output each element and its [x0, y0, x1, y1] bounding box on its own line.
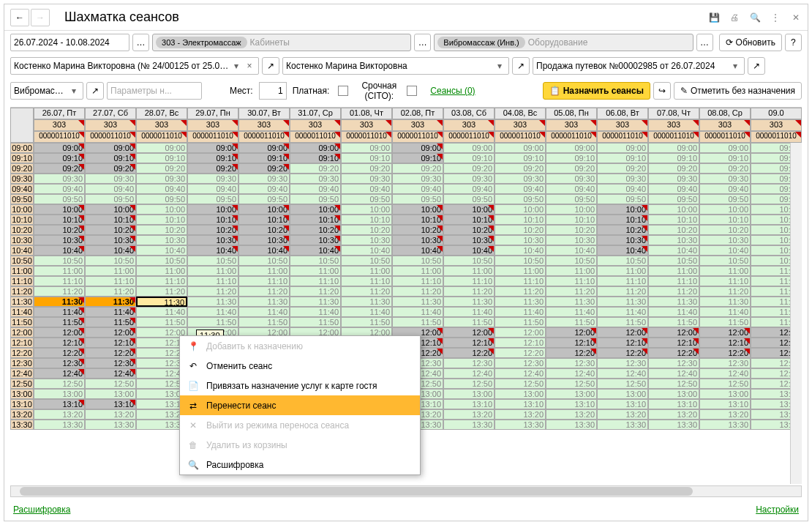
time-slot[interactable]: 12:10 — [495, 338, 546, 348]
time-slot[interactable]: 11:40 — [290, 307, 341, 317]
params-field[interactable]: Параметры н... — [107, 82, 202, 100]
time-slot[interactable]: 12:20 — [699, 348, 751, 358]
time-slot[interactable]: 09:50 — [238, 194, 290, 204]
time-slot[interactable]: 10:40 — [34, 245, 85, 256]
time-slot[interactable]: 10:00 — [392, 204, 443, 215]
time-slot[interactable]: 11:20 — [699, 286, 751, 297]
time-slot[interactable]: 09:50 — [392, 194, 443, 204]
time-slot[interactable]: 10:10 — [495, 215, 546, 225]
time-slot[interactable]: 13:20 — [546, 409, 597, 420]
time-slot[interactable]: 13:30 — [546, 420, 597, 430]
day-header[interactable]: 06.08, Вт — [597, 108, 648, 119]
room-header[interactable]: 303 — [751, 119, 802, 131]
time-slot[interactable]: 09:10 — [546, 153, 597, 163]
time-slot[interactable]: 12:20 — [597, 348, 648, 358]
time-slot[interactable]: 10:20 — [85, 225, 136, 235]
ctx-cancel[interactable]: ↶Отменить сеанс — [180, 356, 420, 376]
time-slot[interactable]: 10:10 — [34, 215, 85, 225]
time-slot[interactable]: 09:20 — [136, 163, 187, 174]
time-slot[interactable]: 09:30 — [392, 174, 443, 184]
time-slot[interactable]: 10:40 — [341, 245, 392, 256]
time-slot[interactable]: 10:10 — [136, 215, 187, 225]
time-slot[interactable]: 10:00 — [546, 204, 597, 215]
ctx-exit[interactable]: ✕Выйти из режима переноса сеанса — [180, 415, 420, 435]
room-header[interactable]: 303 — [34, 119, 85, 131]
time-slot[interactable]: 09:30 — [290, 174, 341, 184]
time-slot[interactable]: 09:10 — [392, 153, 443, 163]
time-slot[interactable]: 09:20 — [443, 163, 495, 174]
time-slot[interactable]: 09:10 — [648, 153, 699, 163]
time-slot[interactable]: 12:20 — [648, 348, 699, 358]
time-slot[interactable]: 09:10 — [136, 153, 187, 163]
time-slot[interactable]: 11:10 — [238, 276, 290, 286]
day-header[interactable]: 02.08, Пт — [392, 108, 443, 119]
time-slot[interactable]: 10:50 — [392, 256, 443, 266]
time-slot[interactable]: 11:20 — [546, 286, 597, 297]
time-slot[interactable]: 13:10 — [597, 399, 648, 409]
time-slot[interactable]: 09:10 — [597, 153, 648, 163]
time-slot[interactable]: 12:20 — [495, 348, 546, 358]
time-slot[interactable]: 12:40 — [443, 368, 495, 379]
dropdown-icon[interactable]: ▾ — [68, 85, 80, 97]
time-slot[interactable]: 09:50 — [443, 194, 495, 204]
time-slot[interactable]: 12:00 — [495, 327, 546, 338]
day-header[interactable]: 31.07, Ср — [290, 108, 341, 119]
time-slot[interactable]: 13:00 — [495, 389, 546, 399]
time-slot[interactable]: 10:30 — [546, 235, 597, 245]
time-slot[interactable]: 13:00 — [699, 389, 751, 399]
day-header[interactable]: 30.07, Вт — [238, 108, 290, 119]
time-slot[interactable]: 09:30 — [85, 174, 136, 184]
time-slot[interactable]: 11:50 — [648, 317, 699, 327]
time-slot[interactable]: 11:00 — [341, 266, 392, 276]
time-slot[interactable]: 10:00 — [85, 204, 136, 215]
time-slot[interactable]: 10:50 — [597, 256, 648, 266]
time-slot[interactable]: 10:20 — [392, 225, 443, 235]
time-slot[interactable]: 11:30 — [341, 297, 392, 307]
time-slot[interactable]: 09:20 — [597, 163, 648, 174]
time-slot[interactable]: 12:40 — [648, 368, 699, 379]
day-header[interactable]: 07.08, Чт — [648, 108, 699, 119]
time-slot[interactable]: 09:50 — [648, 194, 699, 204]
time-slot[interactable]: 09:30 — [699, 174, 751, 184]
time-slot[interactable]: 09:00 — [34, 143, 85, 153]
time-slot[interactable]: 11:10 — [341, 276, 392, 286]
time-slot[interactable]: 13:00 — [85, 389, 136, 399]
time-slot[interactable]: 11:10 — [495, 276, 546, 286]
time-slot[interactable]: 09:40 — [187, 184, 238, 194]
places-input[interactable] — [259, 82, 287, 100]
time-slot[interactable]: 11:10 — [136, 276, 187, 286]
time-slot[interactable]: 11:20 — [392, 286, 443, 297]
time-slot[interactable]: 13:10 — [85, 399, 136, 409]
time-slot[interactable]: 12:50 — [495, 379, 546, 389]
time-slot[interactable]: 12:50 — [34, 379, 85, 389]
time-slot[interactable]: 12:30 — [546, 358, 597, 368]
time-slot[interactable]: 09:20 — [648, 163, 699, 174]
time-slot[interactable]: 10:50 — [546, 256, 597, 266]
room-header[interactable]: 303 — [495, 119, 546, 131]
day-header[interactable]: 27.07, Сб — [85, 108, 136, 119]
time-slot[interactable]: 11:00 — [392, 266, 443, 276]
time-slot[interactable]: 11:20 — [34, 286, 85, 297]
time-slot[interactable]: 10:30 — [443, 235, 495, 245]
time-slot[interactable]: 09:10 — [34, 153, 85, 163]
room-header[interactable]: 303 — [341, 119, 392, 131]
time-slot[interactable]: 11:50 — [443, 317, 495, 327]
time-slot[interactable]: 09:10 — [341, 153, 392, 163]
service-open-button[interactable]: ↗ — [86, 82, 104, 100]
time-slot[interactable]: 12:30 — [85, 358, 136, 368]
time-slot[interactable]: 10:20 — [187, 225, 238, 235]
equip-header[interactable]: 0000011010 — [136, 131, 187, 143]
ctx-move[interactable]: ⇄Перенести сеанс — [180, 395, 420, 415]
time-slot[interactable]: 10:30 — [699, 235, 751, 245]
time-slot[interactable]: 10:20 — [34, 225, 85, 235]
time-slot[interactable]: 10:00 — [136, 204, 187, 215]
time-slot[interactable]: 12:40 — [597, 368, 648, 379]
time-slot[interactable]: 10:10 — [341, 215, 392, 225]
time-slot[interactable]: 10:30 — [597, 235, 648, 245]
time-slot[interactable]: 13:10 — [546, 399, 597, 409]
room-header[interactable]: 303 — [443, 119, 495, 131]
equip-header[interactable]: 0000011010 — [597, 131, 648, 143]
time-slot[interactable]: 11:10 — [443, 276, 495, 286]
time-slot[interactable]: 09:10 — [699, 153, 751, 163]
room-header[interactable]: 303 — [187, 119, 238, 131]
